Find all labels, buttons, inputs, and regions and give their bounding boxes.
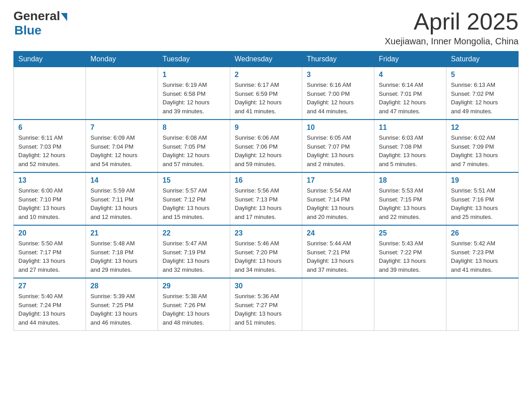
location: Xuejiawan, Inner Mongolia, China bbox=[385, 36, 519, 47]
day-info: Sunrise: 5:54 AM Sunset: 7:14 PM Dayligh… bbox=[307, 186, 369, 221]
day-number: 24 bbox=[307, 229, 369, 237]
calendar-week-row: 1Sunrise: 6:19 AM Sunset: 6:58 PM Daylig… bbox=[14, 67, 519, 120]
day-number: 8 bbox=[163, 124, 225, 132]
day-info: Sunrise: 5:42 AM Sunset: 7:23 PM Dayligh… bbox=[451, 239, 514, 274]
calendar-day-header: Tuesday bbox=[158, 51, 230, 67]
day-info: Sunrise: 6:05 AM Sunset: 7:07 PM Dayligh… bbox=[307, 133, 369, 168]
day-info: Sunrise: 6:17 AM Sunset: 6:59 PM Dayligh… bbox=[235, 81, 297, 116]
day-number: 25 bbox=[379, 229, 442, 237]
title-section: April 2025 Xuejiawan, Inner Mongolia, Ch… bbox=[385, 9, 519, 47]
day-info: Sunrise: 5:40 AM Sunset: 7:24 PM Dayligh… bbox=[18, 292, 81, 327]
day-number: 10 bbox=[307, 124, 369, 132]
logo-blue-text: Blue bbox=[14, 23, 42, 38]
day-info: Sunrise: 6:09 AM Sunset: 7:04 PM Dayligh… bbox=[90, 133, 153, 168]
calendar-day-header: Monday bbox=[86, 51, 158, 67]
logo-arrow-icon bbox=[61, 13, 67, 21]
calendar-cell: 10Sunrise: 6:05 AM Sunset: 7:07 PM Dayli… bbox=[302, 120, 374, 172]
day-info: Sunrise: 6:14 AM Sunset: 7:01 PM Dayligh… bbox=[379, 81, 442, 116]
calendar-cell: 20Sunrise: 5:50 AM Sunset: 7:17 PM Dayli… bbox=[14, 225, 86, 278]
calendar-cell: 16Sunrise: 5:56 AM Sunset: 7:13 PM Dayli… bbox=[230, 172, 302, 225]
calendar-cell: 23Sunrise: 5:46 AM Sunset: 7:20 PM Dayli… bbox=[230, 225, 302, 278]
day-number: 7 bbox=[90, 124, 153, 132]
month-title: April 2025 bbox=[385, 9, 519, 34]
calendar-week-row: 20Sunrise: 5:50 AM Sunset: 7:17 PM Dayli… bbox=[14, 225, 519, 278]
day-number: 22 bbox=[163, 229, 225, 237]
day-number: 12 bbox=[451, 124, 514, 132]
day-number: 9 bbox=[235, 124, 297, 132]
calendar-cell: 28Sunrise: 5:39 AM Sunset: 7:25 PM Dayli… bbox=[86, 278, 158, 331]
day-number: 16 bbox=[235, 176, 297, 184]
day-number: 20 bbox=[18, 229, 81, 237]
calendar-header-row: SundayMondayTuesdayWednesdayThursdayFrid… bbox=[14, 51, 519, 67]
calendar-cell: 14Sunrise: 5:59 AM Sunset: 7:11 PM Dayli… bbox=[86, 172, 158, 225]
calendar-cell: 22Sunrise: 5:47 AM Sunset: 7:19 PM Dayli… bbox=[158, 225, 230, 278]
calendar-cell: 8Sunrise: 6:08 AM Sunset: 7:05 PM Daylig… bbox=[158, 120, 230, 172]
calendar-cell: 21Sunrise: 5:48 AM Sunset: 7:18 PM Dayli… bbox=[86, 225, 158, 278]
day-number: 14 bbox=[90, 176, 153, 184]
calendar-cell: 3Sunrise: 6:16 AM Sunset: 7:00 PM Daylig… bbox=[302, 67, 374, 120]
calendar-cell: 17Sunrise: 5:54 AM Sunset: 7:14 PM Dayli… bbox=[302, 172, 374, 225]
calendar-cell: 13Sunrise: 6:00 AM Sunset: 7:10 PM Dayli… bbox=[14, 172, 86, 225]
calendar-week-row: 13Sunrise: 6:00 AM Sunset: 7:10 PM Dayli… bbox=[14, 172, 519, 225]
day-info: Sunrise: 5:43 AM Sunset: 7:22 PM Dayligh… bbox=[379, 239, 442, 274]
logo: General Blue bbox=[13, 9, 67, 38]
day-number: 19 bbox=[451, 176, 514, 184]
day-number: 1 bbox=[163, 71, 225, 79]
day-number: 30 bbox=[235, 282, 297, 290]
day-number: 2 bbox=[235, 71, 297, 79]
day-number: 3 bbox=[307, 71, 369, 79]
calendar-cell: 15Sunrise: 5:57 AM Sunset: 7:12 PM Dayli… bbox=[158, 172, 230, 225]
calendar-cell: 29Sunrise: 5:38 AM Sunset: 7:26 PM Dayli… bbox=[158, 278, 230, 331]
calendar-cell bbox=[374, 278, 446, 331]
calendar-cell bbox=[302, 278, 374, 331]
day-info: Sunrise: 6:13 AM Sunset: 7:02 PM Dayligh… bbox=[451, 81, 514, 116]
day-info: Sunrise: 5:44 AM Sunset: 7:21 PM Dayligh… bbox=[307, 239, 369, 274]
day-info: Sunrise: 6:03 AM Sunset: 7:08 PM Dayligh… bbox=[379, 133, 442, 168]
day-info: Sunrise: 5:57 AM Sunset: 7:12 PM Dayligh… bbox=[163, 186, 225, 221]
day-number: 21 bbox=[90, 229, 153, 237]
calendar-cell: 18Sunrise: 5:53 AM Sunset: 7:15 PM Dayli… bbox=[374, 172, 446, 225]
calendar-day-header: Friday bbox=[374, 51, 446, 67]
calendar-cell: 9Sunrise: 6:06 AM Sunset: 7:06 PM Daylig… bbox=[230, 120, 302, 172]
logo-general-text: General bbox=[13, 9, 60, 23]
day-number: 26 bbox=[451, 229, 514, 237]
day-info: Sunrise: 6:19 AM Sunset: 6:58 PM Dayligh… bbox=[163, 81, 225, 116]
day-info: Sunrise: 5:56 AM Sunset: 7:13 PM Dayligh… bbox=[235, 186, 297, 221]
calendar-cell: 4Sunrise: 6:14 AM Sunset: 7:01 PM Daylig… bbox=[374, 67, 446, 120]
day-info: Sunrise: 6:06 AM Sunset: 7:06 PM Dayligh… bbox=[235, 133, 297, 168]
day-info: Sunrise: 5:48 AM Sunset: 7:18 PM Dayligh… bbox=[90, 239, 153, 274]
calendar-day-header: Wednesday bbox=[230, 51, 302, 67]
day-info: Sunrise: 5:50 AM Sunset: 7:17 PM Dayligh… bbox=[18, 239, 81, 274]
day-number: 11 bbox=[379, 124, 442, 132]
calendar-day-header: Saturday bbox=[446, 51, 519, 67]
day-number: 23 bbox=[235, 229, 297, 237]
calendar-cell: 19Sunrise: 5:51 AM Sunset: 7:16 PM Dayli… bbox=[446, 172, 519, 225]
calendar-day-header: Thursday bbox=[302, 51, 374, 67]
calendar-table: SundayMondayTuesdayWednesdayThursdayFrid… bbox=[13, 51, 519, 331]
day-number: 17 bbox=[307, 176, 369, 184]
calendar-cell: 12Sunrise: 6:02 AM Sunset: 7:09 PM Dayli… bbox=[446, 120, 519, 172]
calendar-cell: 6Sunrise: 6:11 AM Sunset: 7:03 PM Daylig… bbox=[14, 120, 86, 172]
calendar-cell: 1Sunrise: 6:19 AM Sunset: 6:58 PM Daylig… bbox=[158, 67, 230, 120]
day-info: Sunrise: 6:16 AM Sunset: 7:00 PM Dayligh… bbox=[307, 81, 369, 116]
day-number: 29 bbox=[163, 282, 225, 290]
day-info: Sunrise: 6:00 AM Sunset: 7:10 PM Dayligh… bbox=[18, 186, 81, 221]
day-number: 13 bbox=[18, 176, 81, 184]
calendar-cell: 2Sunrise: 6:17 AM Sunset: 6:59 PM Daylig… bbox=[230, 67, 302, 120]
calendar-cell: 7Sunrise: 6:09 AM Sunset: 7:04 PM Daylig… bbox=[86, 120, 158, 172]
logo-text: General bbox=[13, 9, 67, 23]
day-info: Sunrise: 5:38 AM Sunset: 7:26 PM Dayligh… bbox=[163, 292, 225, 327]
day-number: 5 bbox=[451, 71, 514, 79]
day-info: Sunrise: 5:51 AM Sunset: 7:16 PM Dayligh… bbox=[451, 186, 514, 221]
calendar-cell bbox=[14, 67, 86, 120]
day-number: 18 bbox=[379, 176, 442, 184]
calendar-cell: 27Sunrise: 5:40 AM Sunset: 7:24 PM Dayli… bbox=[14, 278, 86, 331]
day-number: 28 bbox=[90, 282, 153, 290]
calendar-cell: 26Sunrise: 5:42 AM Sunset: 7:23 PM Dayli… bbox=[446, 225, 519, 278]
day-number: 15 bbox=[163, 176, 225, 184]
calendar-week-row: 6Sunrise: 6:11 AM Sunset: 7:03 PM Daylig… bbox=[14, 120, 519, 172]
calendar-cell bbox=[446, 278, 519, 331]
day-info: Sunrise: 6:08 AM Sunset: 7:05 PM Dayligh… bbox=[163, 133, 225, 168]
calendar-cell: 5Sunrise: 6:13 AM Sunset: 7:02 PM Daylig… bbox=[446, 67, 519, 120]
calendar-cell: 30Sunrise: 5:36 AM Sunset: 7:27 PM Dayli… bbox=[230, 278, 302, 331]
